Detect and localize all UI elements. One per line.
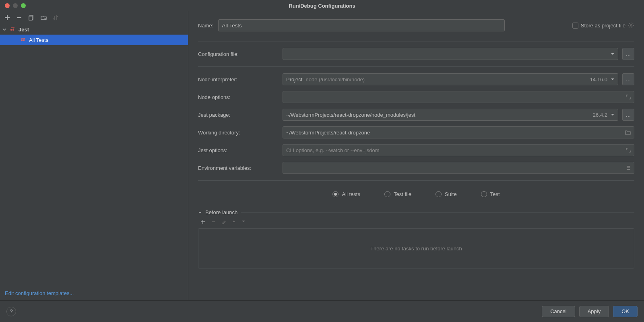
jest-package-select[interactable]: ~/WebstormProjects/react-dropzone/node_m… <box>283 109 618 121</box>
gear-icon[interactable] <box>628 22 634 29</box>
save-config-icon[interactable] <box>40 14 47 21</box>
test-scope-group: All tests Test file Suite Test <box>198 187 634 205</box>
radio-suite[interactable]: Suite <box>436 191 457 197</box>
before-launch-section: Before launch <box>198 209 634 268</box>
window-title: Run/Debug Configurations <box>289 3 355 9</box>
chevron-down-icon <box>611 77 615 81</box>
node-interpreter-value: node (/usr/local/bin/node) <box>305 76 365 83</box>
radio-icon <box>384 191 390 197</box>
node-interpreter-label: Node interpreter: <box>198 76 279 83</box>
add-config-icon[interactable] <box>4 14 10 21</box>
edit-task-icon <box>221 219 226 224</box>
chevron-down-icon <box>611 52 615 56</box>
titlebar: Run/Debug Configurations <box>0 0 644 11</box>
jest-package-version: 26.4.2 <box>593 112 607 118</box>
divider <box>198 41 634 41</box>
jest-package-value: ~/WebstormProjects/react-dropzone/node_m… <box>286 112 415 118</box>
folder-icon[interactable] <box>625 130 631 135</box>
radio-test[interactable]: Test <box>481 191 500 197</box>
divider <box>198 66 634 67</box>
radio-all-tests[interactable]: All tests <box>332 191 360 197</box>
tree-item-label: All Tests <box>29 37 48 43</box>
env-vars-label: Environment variables: <box>198 165 279 171</box>
name-input[interactable] <box>218 19 505 31</box>
config-form: Name: Store as project file Configuratio… <box>188 11 644 300</box>
sidebar-toolbar <box>0 11 188 24</box>
cancel-label: Cancel <box>550 308 566 314</box>
jest-icon <box>20 37 27 43</box>
jest-options-label: Jest options: <box>198 147 279 153</box>
node-interpreter-prefix: Project <box>286 76 302 83</box>
list-icon[interactable] <box>626 165 631 170</box>
before-launch-empty-text: There are no tasks to run before launch <box>370 246 462 252</box>
jest-package-label: Jest package: <box>198 112 279 118</box>
checkbox-icon[interactable] <box>572 23 578 29</box>
svg-rect-1 <box>29 16 32 20</box>
node-interpreter-select[interactable]: Project node (/usr/local/bin/node) 14.16… <box>283 73 618 85</box>
expand-icon[interactable] <box>626 95 631 99</box>
chevron-down-icon <box>198 211 202 215</box>
tree-item-all-tests[interactable]: All Tests <box>0 35 188 45</box>
before-launch-header[interactable]: Before launch <box>198 209 634 215</box>
cancel-button[interactable]: Cancel <box>542 306 575 317</box>
radio-label: Suite <box>445 191 457 197</box>
working-dir-label: Working directory: <box>198 130 279 136</box>
radio-icon <box>332 191 339 197</box>
ok-button[interactable]: OK <box>613 306 638 317</box>
move-down-icon <box>242 219 246 224</box>
move-up-icon <box>232 219 236 224</box>
add-task-icon[interactable] <box>200 219 205 224</box>
name-label: Name: <box>198 23 213 29</box>
before-launch-toolbar <box>198 215 634 228</box>
tree-group-jest[interactable]: Jest <box>0 24 188 35</box>
divider <box>241 212 634 213</box>
apply-button[interactable]: Apply <box>579 306 609 317</box>
node-options-label: Node options: <box>198 94 279 100</box>
copy-config-icon[interactable] <box>28 14 35 21</box>
sidebar: Jest All Tests Edit configuration templa… <box>0 11 188 300</box>
dialog-footer: ? Cancel Apply OK <box>0 300 644 322</box>
radio-test-file[interactable]: Test file <box>384 191 411 197</box>
jest-icon <box>10 26 16 33</box>
radio-label: Test file <box>394 191 411 197</box>
node-options-input[interactable] <box>283 91 634 103</box>
config-file-select[interactable] <box>283 48 618 60</box>
node-interpreter-browse-button[interactable]: … <box>622 73 634 85</box>
jest-package-browse-button[interactable]: … <box>622 109 634 121</box>
config-file-browse-button[interactable]: … <box>622 48 634 60</box>
svg-point-4 <box>21 39 23 41</box>
jest-options-placeholder: CLI options, e.g. --watch or --env=jsdom <box>286 147 380 153</box>
close-window-icon[interactable] <box>5 3 10 8</box>
tree-group-label: Jest <box>19 27 29 33</box>
sidebar-footer: Edit configuration templates... <box>0 286 188 300</box>
env-vars-input[interactable] <box>283 162 634 174</box>
radio-icon <box>481 191 487 197</box>
svg-point-2 <box>10 29 12 31</box>
edit-templates-link[interactable]: Edit configuration templates... <box>5 290 74 296</box>
divider <box>198 180 634 181</box>
remove-config-icon[interactable] <box>16 14 23 21</box>
svg-point-6 <box>630 25 632 26</box>
node-version-badge: 14.16.0 <box>590 76 607 83</box>
jest-options-input[interactable]: CLI options, e.g. --watch or --env=jsdom <box>283 144 634 156</box>
maximize-window-icon[interactable] <box>21 3 26 8</box>
expand-icon[interactable] <box>626 148 631 153</box>
ok-label: OK <box>621 308 629 314</box>
main-area: Jest All Tests Edit configuration templa… <box>0 11 644 300</box>
radio-label: Test <box>490 191 500 197</box>
chevron-down-icon <box>2 27 7 31</box>
radio-icon <box>436 191 442 197</box>
before-launch-tasks-area: There are no tasks to run before launch <box>198 228 634 268</box>
help-button[interactable]: ? <box>6 307 16 316</box>
config-tree: Jest All Tests <box>0 24 188 286</box>
store-as-project-file[interactable]: Store as project file <box>572 22 634 29</box>
config-file-label: Configuration file: <box>198 51 279 57</box>
radio-label: All tests <box>342 191 360 197</box>
remove-task-icon <box>211 219 216 224</box>
working-dir-input[interactable]: ~/WebstormProjects/react-dropzone <box>283 126 634 138</box>
minimize-window-icon[interactable] <box>13 3 18 8</box>
sort-config-icon[interactable] <box>52 14 59 21</box>
working-dir-value: ~/WebstormProjects/react-dropzone <box>286 130 370 136</box>
apply-label: Apply <box>588 308 601 314</box>
before-launch-title: Before launch <box>205 209 237 215</box>
